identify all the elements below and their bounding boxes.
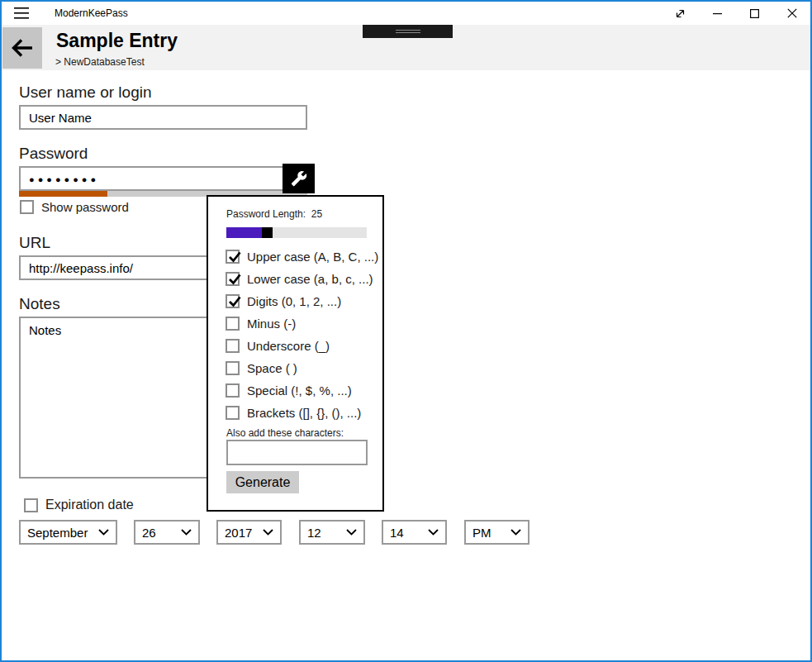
slider-fill (226, 227, 262, 238)
option-label: Lower case (a, b, c, ...) (247, 272, 373, 286)
option-lower-case[interactable]: Lower case (a, b, c, ...) (226, 272, 373, 286)
chevron-down-icon (428, 529, 439, 536)
expiration-date-label: Expiration date (45, 498, 134, 512)
chevron-down-icon (98, 529, 109, 536)
option-checkbox-box[interactable] (226, 339, 240, 353)
page-title: Sample Entry (56, 30, 178, 52)
password-length-value: 25 (311, 208, 322, 220)
option-label: Digits (0, 1, 2, ...) (247, 294, 341, 308)
hamburger-menu-button[interactable] (2, 2, 41, 25)
option-label: Brackets ([], {}, (), ...) (247, 406, 361, 420)
option-label: Underscore (_) (247, 339, 330, 353)
back-button[interactable] (2, 27, 42, 69)
show-password-label: Show password (41, 200, 129, 214)
app-bar-more-handle[interactable] (363, 25, 453, 38)
password-label: Password (19, 145, 88, 163)
also-add-input[interactable] (226, 440, 368, 465)
chevron-down-icon (181, 529, 192, 536)
month-select[interactable]: September (19, 520, 117, 545)
expiration-date-checkbox[interactable]: Expiration date (24, 498, 134, 512)
window-title: ModernKeePass (55, 7, 128, 19)
option-label: Special (!, $, %, ...) (247, 383, 352, 398)
option-label: Space ( ) (247, 361, 297, 375)
minute-select-value: 14 (390, 526, 404, 540)
year-select[interactable]: 2017 (216, 520, 282, 545)
day-select-value: 26 (142, 526, 156, 540)
username-input[interactable] (19, 105, 307, 130)
close-button[interactable] (773, 2, 810, 25)
breadcrumb: > NewDatabaseTest (55, 56, 145, 68)
option-checkbox-box[interactable] (226, 361, 240, 375)
maximize-icon (750, 9, 759, 18)
checkmark-icon (226, 271, 243, 288)
option-label: Minus (-) (247, 317, 296, 331)
ampm-select[interactable]: PM (464, 520, 529, 545)
option-minus[interactable]: Minus (-) (226, 317, 296, 331)
option-brackets[interactable]: Brackets ([], {}, (), ...) (226, 406, 361, 420)
hour-select-value: 12 (307, 526, 321, 540)
chevron-down-icon (346, 529, 357, 536)
window-controls (662, 2, 810, 25)
title-bar: ModernKeePass (2, 2, 810, 25)
expiration-checkbox-box[interactable] (24, 498, 38, 512)
show-password-checkbox[interactable]: Show password (20, 200, 129, 214)
hour-select[interactable]: 12 (299, 520, 365, 545)
minimize-icon (713, 9, 722, 18)
notes-label: Notes (19, 295, 60, 313)
option-checkbox-box[interactable] (226, 294, 240, 308)
maximize-button[interactable] (736, 2, 773, 25)
password-generator-button[interactable] (283, 164, 315, 193)
chevron-down-icon (263, 529, 273, 536)
option-checkbox-box[interactable] (226, 317, 240, 331)
option-checkbox-box[interactable] (226, 406, 240, 420)
also-add-label: Also add these characters: (226, 427, 344, 439)
fullscreen-button[interactable] (662, 2, 699, 25)
year-select-value: 2017 (225, 526, 252, 540)
slider-thumb[interactable] (262, 227, 273, 238)
month-select-value: September (27, 526, 88, 540)
day-select[interactable]: 26 (134, 520, 200, 545)
option-label: Upper case (A, B, C, ...) (247, 250, 378, 264)
generate-button[interactable]: Generate (226, 471, 299, 493)
option-checkbox-box[interactable] (226, 383, 240, 398)
option-upper-case[interactable]: Upper case (A, B, C, ...) (226, 250, 378, 264)
password-length-text: Password Length: (226, 208, 306, 220)
chevron-down-icon (510, 529, 521, 536)
option-checkbox-box[interactable] (226, 250, 240, 264)
password-generator-flyout: Password Length: 25 Upper case (A, B, C,… (207, 195, 384, 512)
password-length-label: Password Length: 25 (226, 208, 322, 220)
option-underscore[interactable]: Underscore (_) (226, 339, 330, 353)
option-space[interactable]: Space ( ) (226, 361, 297, 375)
checkmark-icon (226, 293, 243, 310)
hamburger-icon (14, 7, 29, 19)
username-label: User name or login (19, 83, 152, 102)
password-length-slider[interactable] (226, 227, 367, 238)
option-digits[interactable]: Digits (0, 1, 2, ...) (226, 294, 341, 308)
back-arrow-icon (10, 36, 35, 60)
close-icon (787, 8, 797, 18)
option-checkbox-box[interactable] (226, 272, 240, 286)
minimize-button[interactable] (699, 2, 736, 25)
checkmark-icon (226, 249, 243, 265)
url-label: URL (19, 234, 50, 252)
wrench-icon (291, 170, 307, 187)
password-strength-fill (19, 191, 107, 197)
app-window: ModernKeePass (0, 0, 812, 662)
password-input[interactable] (19, 166, 307, 191)
minute-select[interactable]: 14 (382, 520, 447, 545)
ampm-select-value: PM (472, 526, 491, 540)
show-password-checkbox-box[interactable] (20, 200, 34, 214)
option-special[interactable]: Special (!, $, %, ...) (226, 383, 352, 398)
fullscreen-icon (674, 7, 686, 20)
